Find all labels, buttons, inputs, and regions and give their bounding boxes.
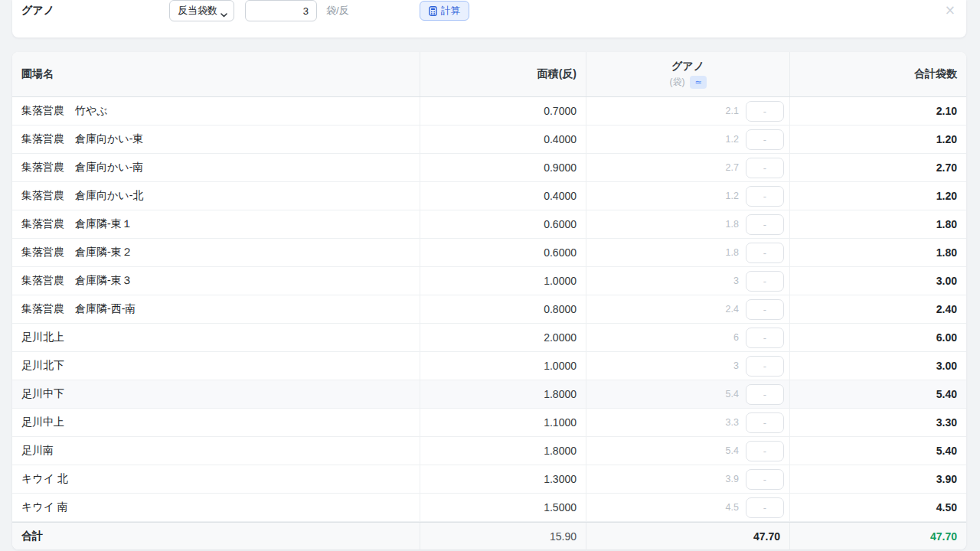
bags-override-input[interactable] [746,271,784,292]
table-row: 集落営農 倉庫隣-東２ 0.6000 1.8 1.80 [12,239,966,267]
close-icon[interactable]: × [945,4,956,17]
toolbar-row: グアノ 反当袋数 袋/反 計算 [12,0,966,21]
total-bags: 6.00 [936,331,957,344]
bags-override-input[interactable] [746,497,784,518]
field-name: 集落営農 竹やぶ [21,104,108,118]
bags-override-input[interactable] [746,186,784,207]
table-row: 集落営農 倉庫向かい-北 0.4000 1.2 1.20 [12,182,966,210]
area-value: 1.1000 [544,416,577,429]
table-row: 足川北下 1.0000 3 3.00 [12,352,966,380]
bags-override-input[interactable] [746,129,784,150]
calculate-button[interactable]: 計算 [420,1,469,21]
total-bags: 1.80 [936,218,957,230]
rate-mode-selected-label: 反当袋数 [178,4,217,18]
field-name: 足川中上 [21,416,64,429]
area-value: 1.8000 [544,445,577,457]
calculated-bags: 2.4 [726,304,739,315]
total-bags: 3.00 [936,275,957,287]
field-name: 集落営農 倉庫向かい-南 [21,161,143,174]
table-row: 集落営農 倉庫隣-西-南 0.8000 2.4 2.40 [12,295,966,324]
area-value: 1.8000 [544,388,577,400]
rate-mode-select[interactable]: 反当袋数 [169,0,234,21]
calculated-bags: 1.8 [726,219,739,230]
area-value: 0.4000 [544,133,577,145]
bags-override-input[interactable] [746,469,784,490]
total-bags: 1.20 [936,190,957,202]
calculator-icon [429,6,437,16]
field-bags-table: 圃場名 面積(反) グアノ (袋) ≃ 合計袋数 集落営農 竹やぶ 0.7000… [12,52,966,549]
total-bags: 4.50 [936,501,957,514]
total-bags: 3.30 [936,416,957,429]
footer-total-sum: 47.70 [790,523,966,549]
calculated-bags: 1.2 [726,191,739,201]
table-row: キウイ 南 1.5000 4.5 4.50 [12,494,966,522]
calculated-bags: 1.2 [726,134,739,145]
field-name: 足川北下 [21,359,64,373]
table-footer-row: 合計 15.90 47.70 47.70 [12,522,966,549]
area-value: 0.6000 [544,218,577,230]
field-name: 足川北上 [21,331,64,344]
calculated-bags: 5.4 [726,389,739,399]
area-value: 0.9000 [544,161,577,174]
table-row: 足川南 1.8000 5.4 5.40 [12,437,966,465]
rate-unit-label: 袋/反 [326,4,377,18]
field-name: 足川南 [21,444,54,458]
field-name: 足川中下 [21,387,64,401]
area-value: 1.3000 [544,473,577,485]
bags-override-input[interactable] [746,412,784,433]
header-guano: グアノ (袋) ≃ [586,52,790,96]
bags-override-input[interactable] [746,101,784,122]
bags-override-input[interactable] [746,441,784,461]
header-guano-title: グアノ [671,60,704,73]
calculated-bags: 4.5 [726,502,739,513]
calculated-bags: 5.4 [726,445,739,456]
footer-calc-sum: 47.70 [586,523,790,549]
field-name: 集落営農 倉庫隣-西-南 [21,302,136,316]
area-value: 1.5000 [544,501,577,514]
header-area: 面積(反) [420,52,586,96]
calculated-bags: 3 [733,276,739,286]
field-name: 集落営農 倉庫隣-東３ [21,274,132,288]
calculated-bags: 6 [733,332,739,343]
total-bags: 5.40 [936,388,957,400]
header-total-bags: 合計袋数 [790,52,966,96]
table-row: 集落営農 竹やぶ 0.7000 2.1 2.10 [12,97,966,126]
table-row: 集落営農 倉庫隣-東３ 1.0000 3 3.00 [12,267,966,295]
field-name: 集落営農 倉庫隣-東１ [21,217,132,231]
table-body: 集落営農 竹やぶ 0.7000 2.1 2.10 集落営農 倉庫向かい-東 0.… [12,97,966,522]
table-row: 足川中上 1.1000 3.3 3.30 [12,409,966,437]
total-bags: 3.90 [936,473,957,485]
calculated-bags: 3.3 [726,417,739,428]
header-field-name: 圃場名 [12,52,420,96]
header-guano-unit: (袋) [669,76,684,89]
field-name: キウイ 北 [21,472,68,486]
calculated-bags: 3 [733,360,739,371]
table-row: 足川中下 1.8000 5.4 5.40 [12,380,966,409]
field-name: 集落営農 倉庫向かい-東 [21,132,143,146]
approx-badge-icon[interactable]: ≃ [690,76,706,89]
area-value: 2.0000 [544,331,577,344]
area-value: 0.8000 [544,303,577,315]
area-value: 0.6000 [544,246,577,259]
total-bags: 3.00 [936,360,957,372]
calculated-bags: 3.9 [726,474,739,484]
bags-override-input[interactable] [746,158,784,178]
bags-override-input[interactable] [746,384,784,405]
bags-override-input[interactable] [746,299,784,320]
calculated-bags: 1.8 [726,247,739,258]
bags-override-input[interactable] [746,328,784,348]
calculate-button-label: 計算 [441,5,460,18]
bags-override-input[interactable] [746,356,784,377]
fertilizer-settings-card: グアノ 反当袋数 袋/反 計算 × [12,0,966,37]
total-bags: 2.10 [936,105,957,117]
area-value: 0.7000 [544,105,577,117]
rate-value-input[interactable] [245,0,317,21]
bags-override-input[interactable] [746,214,784,235]
calculated-bags: 2.7 [726,162,739,173]
area-value: 0.4000 [544,190,577,202]
field-name: 集落営農 倉庫隣-東２ [21,246,132,259]
area-value: 1.0000 [544,360,577,372]
bags-override-input[interactable] [746,243,784,263]
table-row: 足川北上 2.0000 6 6.00 [12,324,966,352]
table-header-row: 圃場名 面積(反) グアノ (袋) ≃ 合計袋数 [12,52,966,97]
